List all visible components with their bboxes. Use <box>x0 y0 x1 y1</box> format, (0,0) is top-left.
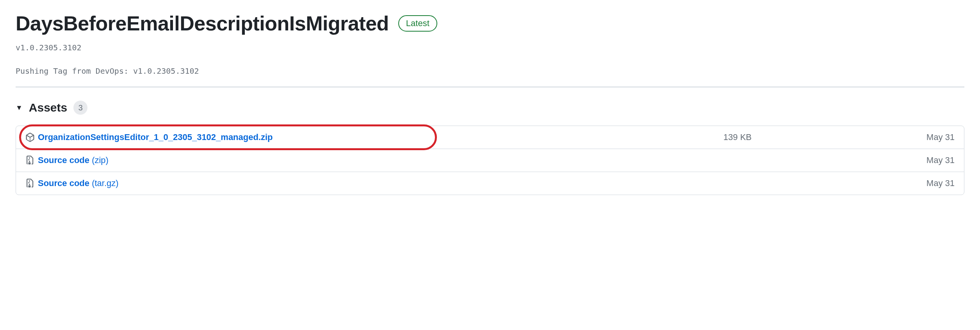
chevron-down-icon: ▼ <box>16 104 23 112</box>
release-description: Pushing Tag from DevOps: v1.0.2305.3102 <box>16 66 964 76</box>
assets-count-badge: 3 <box>73 101 87 115</box>
file-zip-icon <box>25 156 35 165</box>
asset-filename[interactable]: Source code (tar.gz) <box>38 178 119 188</box>
release-title: DaysBeforeEmailDescriptionIsMigrated <box>16 12 389 35</box>
asset-link-wrap[interactable]: OrganizationSettingsEditor_1_0_2305_3102… <box>25 132 273 142</box>
asset-date: May 31 <box>916 132 955 142</box>
release-header: DaysBeforeEmailDescriptionIsMigrated Lat… <box>16 12 964 35</box>
divider <box>16 87 964 87</box>
asset-date: May 31 <box>916 155 955 165</box>
asset-filename[interactable]: OrganizationSettingsEditor_1_0_2305_3102… <box>38 132 273 142</box>
package-icon <box>25 133 35 142</box>
asset-link-wrap[interactable]: Source code (zip) <box>25 155 109 165</box>
assets-heading: Assets <box>29 101 67 114</box>
assets-header[interactable]: ▼ Assets 3 <box>16 101 964 115</box>
asset-row: Source code (zip) May 31 <box>16 149 964 172</box>
asset-size: 139 KB <box>723 132 916 142</box>
latest-badge: Latest <box>398 15 437 32</box>
asset-row: OrganizationSettingsEditor_1_0_2305_3102… <box>16 126 964 149</box>
assets-list: OrganizationSettingsEditor_1_0_2305_3102… <box>16 126 964 195</box>
file-zip-icon <box>25 179 35 188</box>
release-version: v1.0.2305.3102 <box>16 43 964 52</box>
asset-filename[interactable]: Source code (zip) <box>38 155 109 165</box>
asset-row: Source code (tar.gz) May 31 <box>16 172 964 195</box>
asset-link-wrap[interactable]: Source code (tar.gz) <box>25 178 119 188</box>
asset-date: May 31 <box>916 178 955 188</box>
